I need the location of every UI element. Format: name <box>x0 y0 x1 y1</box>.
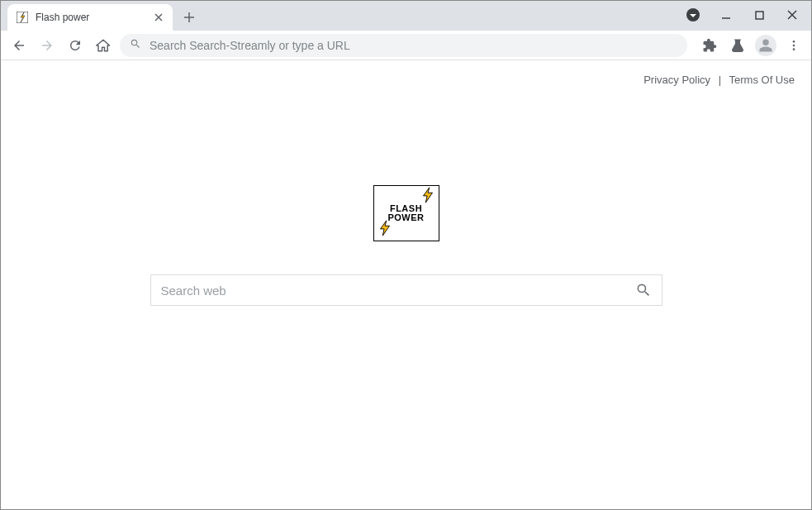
maximize-icon[interactable] <box>750 6 768 24</box>
svg-point-3 <box>793 41 795 43</box>
new-tab-button[interactable] <box>178 6 201 29</box>
address-bar[interactable]: Search Search-Streamly or type a URL <box>120 34 687 57</box>
toolbar-actions <box>699 35 805 56</box>
profile-avatar[interactable] <box>755 35 776 56</box>
lightning-icon <box>376 219 394 241</box>
extensions-icon[interactable] <box>699 35 720 56</box>
svg-rect-2 <box>756 12 763 19</box>
tab-favicon <box>16 11 29 24</box>
labs-icon[interactable] <box>727 35 748 56</box>
search-button[interactable] <box>635 282 652 298</box>
browser-toolbar: Search Search-Streamly or type a URL <box>1 31 811 60</box>
terms-link[interactable]: Terms Of Use <box>729 74 795 86</box>
close-window-icon[interactable] <box>783 6 801 24</box>
page-content: Privacy Policy | Terms Of Use FLASH POWE… <box>1 60 811 509</box>
search-icon <box>130 38 141 52</box>
minimize-icon[interactable] <box>717 6 735 24</box>
logo: FLASH POWER <box>373 185 439 241</box>
account-switcher-icon[interactable] <box>684 6 702 24</box>
menu-icon[interactable] <box>783 35 805 56</box>
privacy-link[interactable]: Privacy Policy <box>643 74 710 86</box>
svg-point-4 <box>793 44 795 46</box>
browser-tab[interactable]: Flash power <box>7 4 173 31</box>
lightning-icon <box>419 186 437 207</box>
omnibox-placeholder: Search Search-Streamly or type a URL <box>150 39 350 52</box>
reload-button[interactable] <box>64 34 87 57</box>
link-separator: | <box>719 74 721 86</box>
tab-bar: Flash power <box>1 1 811 31</box>
search-input[interactable] <box>161 284 635 298</box>
window-controls <box>674 1 811 29</box>
main-center: FLASH POWER <box>1 185 811 306</box>
footer-links: Privacy Policy | Terms Of Use <box>1 60 811 86</box>
home-button[interactable] <box>92 34 115 57</box>
back-button[interactable] <box>7 34 31 57</box>
search-box <box>150 274 662 306</box>
svg-point-5 <box>793 48 795 50</box>
forward-button[interactable] <box>36 34 59 57</box>
tab-title: Flash power <box>36 12 146 23</box>
close-tab-icon[interactable] <box>153 9 164 26</box>
